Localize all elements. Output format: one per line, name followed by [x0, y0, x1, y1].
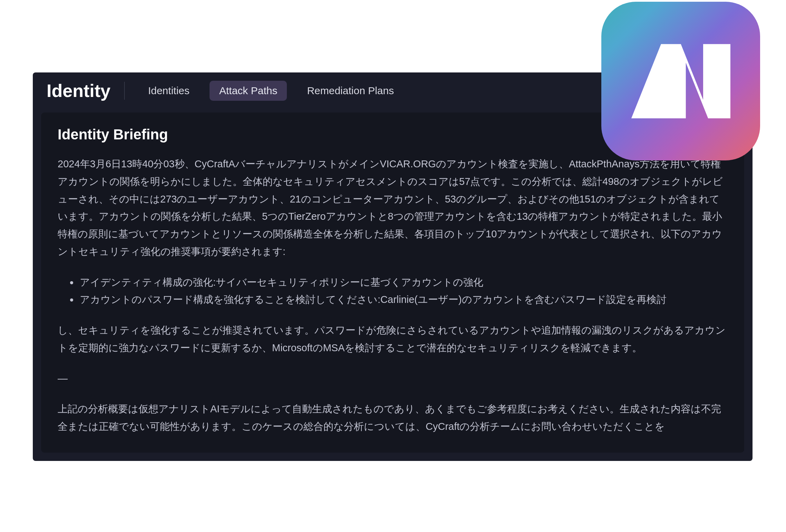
recommendation-item: アカウントのパスワード構成を強化することを検討してください:Carlinie(ユ…: [78, 291, 728, 308]
recommendation-item: アイデンティティ構成の強化:サイバーセキュリティポリシーに基づくアカウントの強化: [78, 274, 728, 291]
ai-logo-icon: [619, 19, 743, 143]
recommendation-list: アイデンティティ構成の強化:サイバーセキュリティポリシーに基づくアカウントの強化…: [78, 274, 728, 309]
identity-briefing-panel: Identity Briefing 2024年3月6日13時40分03秒、CyC…: [41, 112, 744, 453]
tab-attack-paths[interactable]: Attack Paths: [210, 81, 287, 101]
briefing-paragraph-3: 上記の分析概要は仮想アナリストAIモデルによって自動生成されたものであり、あくま…: [58, 400, 728, 435]
app-title: Identity: [47, 82, 125, 100]
tab-identities[interactable]: Identities: [138, 81, 199, 101]
ai-logo-badge: [601, 2, 760, 160]
briefing-paragraph-2: し、セキュリティを強化することが推奨されています。パスワードが危険にさらされてい…: [58, 322, 728, 357]
tab-remediation-plans[interactable]: Remediation Plans: [297, 81, 404, 101]
briefing-paragraph-1: 2024年3月6日13時40分03秒、CyCraftAバーチャルアナリストがメイ…: [58, 155, 728, 260]
separator: —: [58, 370, 728, 387]
